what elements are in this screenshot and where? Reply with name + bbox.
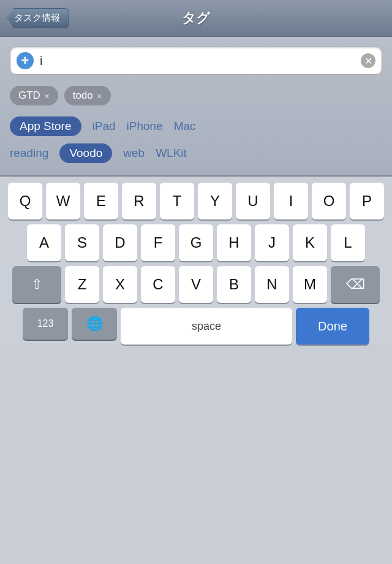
tag-iphone[interactable]: iPhone	[127, 120, 163, 133]
key-s[interactable]: S	[65, 224, 99, 261]
tag-suggestions-row2: reading Voodo web WLKit	[10, 143, 382, 163]
key-a[interactable]: A	[27, 224, 61, 261]
shift-key[interactable]: ⇧	[12, 266, 61, 303]
key-w[interactable]: W	[46, 183, 80, 219]
selected-tags-row: GTD × todo ×	[10, 86, 382, 105]
key-v[interactable]: V	[179, 266, 213, 303]
key-b[interactable]: B	[217, 266, 251, 303]
tag-suggestions-row1: App Store iPad iPhone Mac	[10, 116, 382, 136]
remove-tag-gtd[interactable]: ×	[44, 91, 50, 101]
key-o[interactable]: O	[312, 183, 346, 219]
keyboard-row-4: 123 🌐 space Done	[2, 308, 390, 345]
key-f[interactable]: F	[141, 224, 175, 261]
clear-search-icon[interactable]: ✕	[361, 53, 375, 68]
tag-web[interactable]: web	[123, 147, 145, 160]
remove-tag-todo[interactable]: ×	[97, 91, 102, 101]
key-g[interactable]: G	[179, 224, 213, 261]
selected-tag-todo[interactable]: todo ×	[64, 86, 111, 105]
key-e[interactable]: E	[84, 183, 118, 219]
key-z[interactable]: Z	[65, 266, 99, 303]
key-j[interactable]: J	[255, 224, 289, 261]
selected-tag-gtd[interactable]: GTD ×	[10, 86, 58, 105]
tag-voodo[interactable]: Voodo	[59, 143, 112, 163]
back-button[interactable]: タスク情報	[7, 8, 69, 28]
nav-bar: タスク情報 タグ	[0, 0, 392, 37]
key-q[interactable]: Q	[8, 183, 42, 219]
key-c[interactable]: C	[141, 266, 175, 303]
backspace-key[interactable]: ⌫	[331, 266, 380, 303]
key-d[interactable]: D	[103, 224, 137, 261]
key-n[interactable]: N	[255, 266, 289, 303]
keyboard: Q W E R T Y U I O P A S D F G H J K L ⇧ …	[0, 177, 392, 345]
page-title: タグ	[182, 9, 210, 28]
key-i[interactable]: I	[274, 183, 308, 219]
key-h[interactable]: H	[217, 224, 251, 261]
search-row: + ✕	[10, 47, 382, 75]
num-key[interactable]: 123	[23, 308, 68, 340]
keyboard-row-1: Q W E R T Y U I O P	[2, 183, 390, 219]
keyboard-row-3: ⇧ Z X C V B N M ⌫	[2, 266, 390, 303]
key-r[interactable]: R	[122, 183, 156, 219]
tag-reading[interactable]: reading	[10, 147, 48, 160]
tag-wlkit[interactable]: WLKit	[156, 147, 187, 160]
key-p[interactable]: P	[350, 183, 384, 219]
key-m[interactable]: M	[293, 266, 327, 303]
globe-key[interactable]: 🌐	[72, 308, 117, 340]
tag-mac[interactable]: Mac	[174, 120, 196, 133]
tag-appstore[interactable]: App Store	[10, 116, 81, 136]
keyboard-row-2: A S D F G H J K L	[2, 224, 390, 261]
key-x[interactable]: X	[103, 266, 137, 303]
upper-section: + ✕ GTD × todo × App Store iPad iPhone M…	[0, 37, 392, 177]
key-l[interactable]: L	[331, 224, 365, 261]
add-tag-icon[interactable]: +	[17, 52, 34, 69]
key-t[interactable]: T	[160, 183, 194, 219]
key-y[interactable]: Y	[198, 183, 232, 219]
key-u[interactable]: U	[236, 183, 270, 219]
key-k[interactable]: K	[293, 224, 327, 261]
tag-search-input[interactable]	[34, 54, 361, 68]
done-key[interactable]: Done	[296, 308, 369, 345]
tag-ipad[interactable]: iPad	[92, 120, 116, 133]
space-key[interactable]: space	[121, 308, 292, 345]
